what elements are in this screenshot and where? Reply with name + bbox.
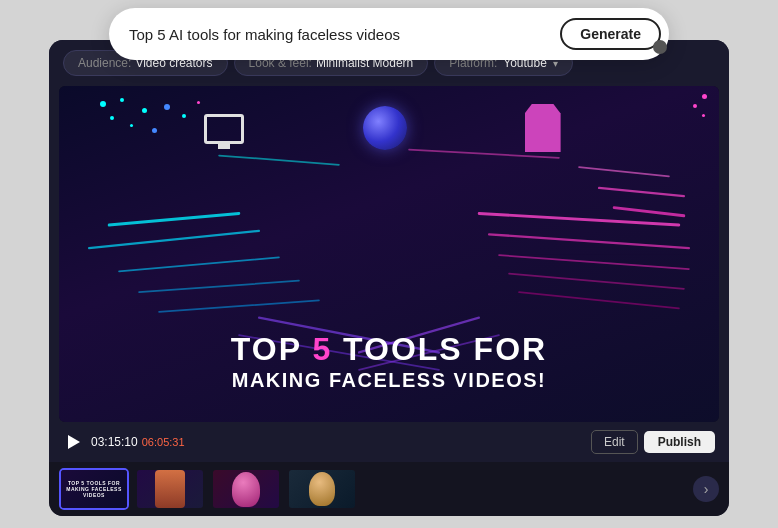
thumb-label-1: TOP 5 TOOLS FOR MAKING FACELESS VIDEOS: [63, 480, 125, 498]
dot: [130, 124, 133, 127]
svg-line-2: [119, 257, 279, 271]
svg-line-6: [489, 234, 689, 248]
svg-line-7: [499, 255, 689, 269]
video-title: TOP 5 TOOLS FOR MAKING FACELESS VIDEOS!: [59, 330, 719, 392]
svg-line-4: [159, 300, 319, 312]
sphere-icon: [363, 106, 407, 150]
search-input[interactable]: [129, 26, 560, 43]
thumbnail-4[interactable]: [287, 468, 357, 510]
video-canvas: TOP 5 TOOLS FOR MAKING FACELESS VIDEOS!: [59, 86, 719, 422]
dot: [164, 104, 170, 110]
thumbnail-1[interactable]: TOP 5 TOOLS FOR MAKING FACELESS VIDEOS: [59, 468, 129, 510]
generate-button[interactable]: Generate: [560, 18, 661, 50]
dot: [702, 114, 705, 117]
svg-line-9: [519, 292, 679, 308]
thumbnail-3[interactable]: [211, 468, 281, 510]
play-icon: [68, 435, 80, 449]
svg-line-14: [219, 156, 339, 165]
svg-line-18: [614, 208, 684, 216]
decorative-dots: [92, 96, 212, 176]
edit-button[interactable]: Edit: [591, 430, 638, 454]
play-button[interactable]: [63, 431, 85, 453]
svg-line-0: [109, 213, 239, 225]
thumbnails-next-button[interactable]: ›: [693, 476, 719, 502]
dot: [100, 101, 106, 107]
dot: [702, 94, 707, 99]
time-main: 03:15:10: [91, 435, 138, 449]
thumb-figure-4: [309, 472, 335, 506]
video-title-line2: MAKING FACELESS VIDEOS!: [59, 368, 719, 392]
thumb-figure-3: [232, 472, 260, 507]
svg-line-1: [89, 231, 259, 248]
time-secondary: 06:05:31: [142, 436, 185, 448]
dot: [152, 128, 157, 133]
publish-button[interactable]: Publish: [644, 431, 715, 453]
thumb-figure-2: [155, 470, 185, 508]
svg-line-17: [599, 188, 684, 196]
svg-line-5: [479, 213, 679, 225]
thumbnail-2[interactable]: [135, 468, 205, 510]
dot: [110, 116, 114, 120]
search-bar: Generate: [109, 8, 669, 60]
dot: [693, 104, 697, 108]
dot: [182, 114, 186, 118]
thumbnails-strip: TOP 5 TOOLS FOR MAKING FACELESS VIDEOS: [49, 462, 729, 516]
controls-bar: 03:15:10 06:05:31 Edit Publish: [49, 422, 729, 462]
svg-line-3: [139, 281, 299, 293]
dot: [120, 98, 124, 102]
status-dot: [653, 40, 667, 54]
video-title-line1: TOP 5 TOOLS FOR: [59, 330, 719, 368]
main-panel: Audience: Video creators Look & feel: Mi…: [49, 40, 729, 516]
monitor-icon: [204, 114, 244, 144]
svg-line-8: [509, 274, 684, 289]
shape-icon: [525, 104, 561, 152]
video-preview: TOP 5 TOOLS FOR MAKING FACELESS VIDEOS!: [59, 86, 719, 422]
chevron-right-icon: ›: [704, 481, 709, 497]
app-container: Generate Audience: Video creators Look &…: [0, 0, 778, 528]
audience-label: Audience:: [78, 56, 131, 70]
dot: [197, 101, 200, 104]
svg-line-16: [579, 167, 669, 176]
dot: [142, 108, 147, 113]
